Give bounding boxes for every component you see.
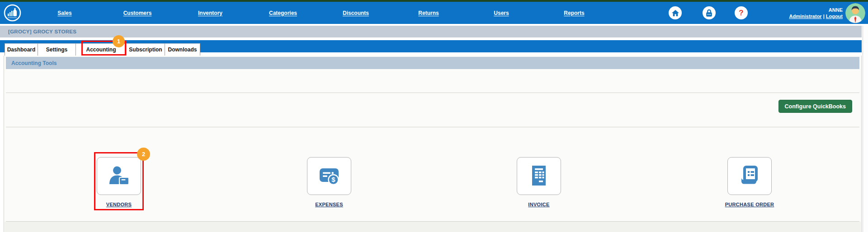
page: Sales Customers Inventory Categories Dis… — [0, 0, 868, 232]
nav-item-returns[interactable]: Returns — [418, 2, 439, 24]
store-label: [GROCY] GROCY STORES — [8, 29, 76, 34]
tool-expenses[interactable]: $ EXPENSES — [291, 157, 368, 208]
purchase-order-card[interactable] — [727, 157, 772, 195]
tab-bar: Dashboard Settings Accounting Subscripti… — [5, 43, 200, 56]
nav-item-sales[interactable]: Sales — [57, 2, 71, 24]
annotation-step-1-badge: 1 — [113, 35, 125, 47]
tab-subscription[interactable]: Subscription — [127, 43, 165, 56]
configure-quickbooks-button[interactable]: Configure QuickBooks — [778, 100, 852, 113]
footer-strip — [5, 222, 861, 232]
invoice-document-icon — [526, 163, 552, 189]
tab-dashboard[interactable]: Dashboard — [5, 43, 38, 56]
nav-item-users[interactable]: Users — [494, 2, 509, 24]
help-icon[interactable]: ? — [735, 6, 748, 19]
nav-item-discounts[interactable]: Discounts — [343, 2, 369, 24]
purchase-order-icon — [737, 163, 762, 189]
tool-vendors[interactable]: VENDORS — [80, 157, 157, 208]
divider — [6, 93, 859, 93]
user-name: ANNE — [789, 7, 843, 13]
purchase-order-link[interactable]: PURCHASE ORDER — [725, 202, 774, 207]
user-avatar[interactable] — [845, 3, 865, 23]
lock-icon[interactable] — [703, 6, 716, 19]
vendors-card[interactable] — [97, 157, 141, 195]
expenses-link[interactable]: EXPENSES — [315, 202, 343, 207]
app-logo-icon[interactable] — [4, 4, 21, 22]
invoice-link[interactable]: INVOICE — [528, 202, 549, 207]
breadcrumb: [GROCY] GROCY STORES — [0, 26, 862, 37]
tool-invoice[interactable]: INVOICE — [500, 157, 577, 208]
nav-item-customers[interactable]: Customers — [123, 2, 152, 24]
nav-item-reports[interactable]: Reports — [564, 2, 584, 24]
tab-downloads[interactable]: Downloads — [165, 43, 200, 56]
vendors-link[interactable]: VENDORS — [106, 202, 132, 207]
annotation-step-2-badge: 2 — [137, 148, 150, 161]
svg-text:$: $ — [331, 176, 335, 183]
tool-purchase-order[interactable]: PURCHASE ORDER — [711, 157, 788, 208]
section-header: Accounting Tools — [6, 57, 859, 69]
top-navbar: Sales Customers Inventory Categories Dis… — [0, 2, 868, 24]
nav-item-inventory[interactable]: Inventory — [198, 2, 222, 24]
divider — [6, 127, 859, 127]
user-separator: | — [823, 14, 825, 19]
vendor-person-icon — [106, 163, 132, 189]
expense-card-icon: $ — [316, 163, 342, 189]
section-title: Accounting Tools — [11, 60, 57, 66]
accounting-tab-panel: Accounting Tools Configure QuickBooks VE… — [4, 56, 862, 232]
nav-item-categories[interactable]: Categories — [269, 2, 297, 24]
help-glyph: ? — [739, 9, 743, 17]
user-info: ANNE Administrator|Logout — [789, 7, 843, 19]
vertical-scrollbar[interactable] — [863, 26, 868, 232]
user-role: Administrator — [789, 14, 822, 19]
invoice-card[interactable] — [517, 157, 561, 195]
expenses-card[interactable]: $ — [307, 157, 351, 195]
home-icon[interactable] — [669, 6, 682, 19]
logout-link[interactable]: Logout — [826, 14, 843, 19]
tab-settings[interactable]: Settings — [38, 43, 76, 56]
